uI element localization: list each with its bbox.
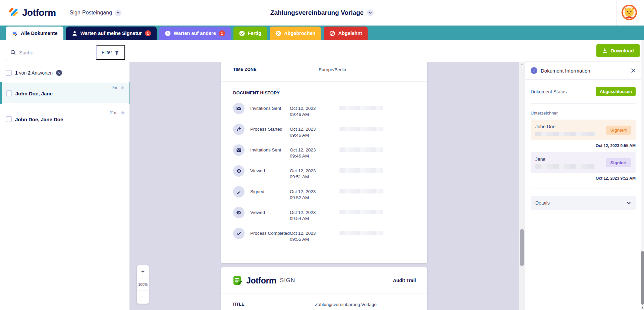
- document-viewer: TIME ZONE Europe/Berlin DOCUMENT HISTORY…: [129, 40, 525, 310]
- redacted-text: [326, 165, 383, 173]
- signer-card-john-doe: John Doe Signiert: [531, 120, 636, 140]
- brand-name: Jotform: [22, 7, 56, 18]
- zoom-level: 100%: [137, 278, 149, 291]
- list-item-john-doe-jane[interactable]: 9m John Doe, Jane: [0, 82, 129, 104]
- search-input[interactable]: [19, 50, 79, 55]
- viewer-scrollbar[interactable]: ▲: [519, 62, 525, 310]
- info-icon: i: [531, 67, 537, 74]
- item-checkbox[interactable]: [6, 90, 12, 96]
- selection-summary: 1 von 2 Antworten: [0, 62, 129, 82]
- audit-trail-label: Audit Trail: [393, 278, 416, 283]
- redacted-text: [326, 103, 383, 110]
- check-icon: [233, 228, 245, 239]
- history-row: Invitations Sent Oct 12, 202309:46 AM: [233, 103, 415, 119]
- filter-label: Filter: [102, 50, 112, 55]
- page-scrollbar-thumb[interactable]: [641, 251, 644, 305]
- jotform-logo[interactable]: Jotform: [7, 7, 56, 18]
- timezone-label: TIME ZONE: [233, 67, 319, 72]
- redacted-text: [326, 228, 383, 235]
- history-event: Process Completed: [250, 228, 290, 236]
- search-icon: [10, 50, 16, 55]
- history-datetime: Oct 12, 202309:55 AM: [290, 228, 326, 242]
- forward-arrow-icon: [233, 124, 245, 135]
- redacted-text: [326, 186, 383, 193]
- history-row: Invitations Sent Oct 12, 202309:46 AM: [233, 144, 415, 160]
- redacted-text: [326, 144, 383, 152]
- summary-text: 1 von 2 Antworten: [15, 70, 53, 76]
- tab-label: Alle Dokumente: [21, 31, 58, 36]
- app-header: Jotform Sign-Posteingang Zahlungsvereinb…: [0, 0, 644, 26]
- item-age: 21m: [110, 110, 117, 115]
- envelope-icon: [233, 103, 245, 114]
- tab-abgebrochen[interactable]: Abgebrochen: [270, 27, 321, 40]
- list-item-john-doe-jane-doe[interactable]: 21m John Doe, Jane Doe: [0, 107, 129, 129]
- history-datetime: Oct 12, 202309:46 AM: [290, 103, 326, 117]
- redacted-text: [326, 207, 383, 214]
- status-tabbar: Alle Dokumente Warten auf meine Signatur…: [0, 26, 644, 40]
- chevron-down-icon: [627, 201, 631, 205]
- star-icon[interactable]: [120, 85, 125, 90]
- tab-warten-auf-meine-signatur[interactable]: Warten auf meine Signatur 1: [66, 27, 157, 40]
- tab-abgelehnt[interactable]: Abgelehnt: [324, 27, 368, 40]
- viewer-toolbar: [129, 40, 525, 62]
- tab-warten-auf-andere[interactable]: Warten auf andere 1: [159, 27, 231, 40]
- pen-icon: [233, 186, 245, 197]
- zoom-in-button[interactable]: +: [137, 265, 149, 278]
- history-datetime: Oct 12, 202309:46 AM: [290, 144, 326, 159]
- tab-alle-dokumente[interactable]: Alle Dokumente: [6, 27, 63, 40]
- tab-label: Abgelehnt: [338, 31, 362, 36]
- signed-badge: Signiert: [606, 126, 631, 135]
- details-expander[interactable]: Details: [531, 196, 636, 210]
- person-icon: [72, 31, 77, 36]
- jotform-sign-logo: Jotform SIGN: [232, 275, 295, 286]
- document-title: Zahlungsvereinbarung Vorlage: [270, 9, 364, 16]
- tab-count-badge: 1: [219, 30, 225, 36]
- filter-button[interactable]: Filter: [96, 45, 125, 60]
- close-icon[interactable]: [631, 68, 636, 73]
- tab-fertig[interactable]: Fertig: [233, 27, 267, 40]
- download-button[interactable]: Download: [596, 44, 640, 57]
- title-chevron-down-icon[interactable]: [367, 9, 374, 16]
- scroll-down-arrow[interactable]: ▼: [641, 306, 644, 310]
- history-event: Invitations Sent: [250, 144, 290, 153]
- redacted-email: [535, 132, 596, 136]
- document-page-audit: Jotform SIGN Audit Trail TITLE Zahlungsv…: [221, 267, 427, 310]
- header-divider: [63, 8, 63, 18]
- eye-icon: [233, 165, 245, 177]
- viewer-scrollbar-thumb[interactable]: [520, 229, 524, 266]
- zoom-out-button[interactable]: −: [137, 291, 149, 304]
- download-label: Download: [610, 48, 634, 53]
- scroll-up-arrow[interactable]: ▲: [519, 62, 525, 67]
- page-scrollbar[interactable]: ▼: [641, 40, 644, 310]
- history-event: Process Started: [250, 124, 290, 132]
- history-event: Viewed: [250, 207, 290, 216]
- item-checkbox[interactable]: [6, 116, 12, 122]
- filter-funnel-icon: [114, 50, 119, 55]
- eye-icon: [233, 207, 245, 218]
- select-all-checkbox[interactable]: [6, 70, 12, 76]
- search-filter-group: Filter: [6, 45, 125, 60]
- inbox-switcher[interactable]: Sign-Posteingang: [70, 9, 121, 16]
- document-canvas: TIME ZONE Europe/Berlin DOCUMENT HISTORY…: [129, 62, 525, 310]
- zoom-widget: + 100% −: [137, 265, 149, 304]
- timezone-value: Europe/Berlin: [319, 67, 346, 72]
- signers-label: Unterzeichner: [531, 110, 636, 116]
- avatar[interactable]: [621, 4, 637, 20]
- history-row: Viewed Oct 12, 202309:51 AM: [233, 165, 415, 181]
- title-label: TITLE: [232, 302, 315, 307]
- status-badge: Abgeschlossen: [596, 87, 636, 96]
- documents-icon: [11, 30, 18, 37]
- info-column: Download i Dokument Information Dokument…: [525, 40, 641, 310]
- summary-chevron-icon[interactable]: [56, 70, 62, 76]
- star-icon[interactable]: [120, 110, 125, 116]
- status-label: Dokument Status: [531, 89, 567, 94]
- panel-title: Dokument Information: [541, 68, 590, 74]
- signed-badge: Signiert: [606, 158, 631, 167]
- item-name: John Doe, Jane Doe: [15, 117, 63, 122]
- x-circle-icon: [275, 31, 281, 36]
- blocked-icon: [329, 31, 335, 36]
- item-name: John Doe, Jane: [15, 91, 53, 96]
- sign-brand: Jotform: [246, 276, 276, 285]
- history-row: Viewed Oct 12, 202309:54 AM: [233, 207, 415, 223]
- viewer-action-toolbar: Download: [525, 40, 641, 62]
